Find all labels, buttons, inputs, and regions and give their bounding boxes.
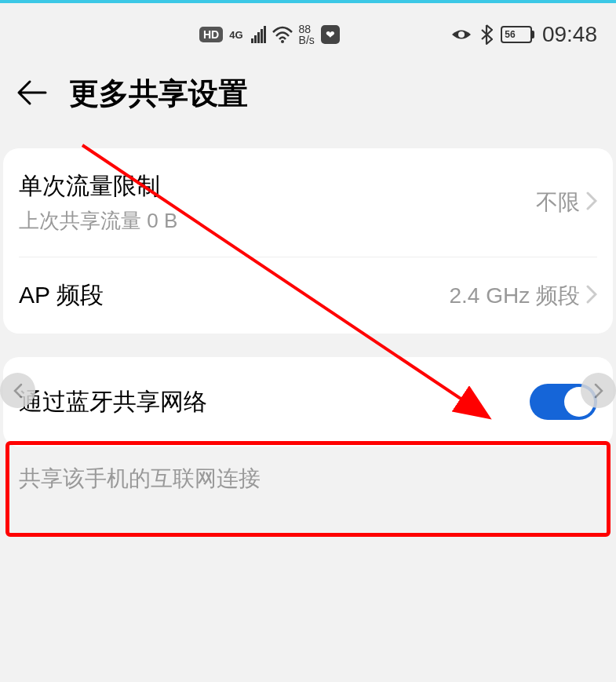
data-rate-indicator: 88 B/s xyxy=(299,24,315,46)
row-right: 不限 xyxy=(536,188,597,217)
bluetooth-icon xyxy=(480,24,493,46)
status-bar: HD 4G 88 B/s ❤ xyxy=(0,3,616,50)
data-limit-title: 单次流量限制 xyxy=(19,170,177,202)
clock-time: 09:48 xyxy=(542,22,597,47)
ap-band-row[interactable]: AP 频段 2.4 GHz 频段 xyxy=(19,257,597,334)
wifi-icon xyxy=(272,26,293,43)
network-type-label: 4G xyxy=(229,29,242,41)
nav-next-button[interactable] xyxy=(581,373,616,408)
ap-band-value: 2.4 GHz 频段 xyxy=(450,281,580,311)
hd-badge: HD xyxy=(199,27,223,42)
status-right: 56 09:48 xyxy=(450,22,597,47)
settings-group-2: 通过蓝牙共享网络 xyxy=(3,357,613,447)
settings-group-1: 单次流量限制 上次共享流量 0 B 不限 AP 频段 2.4 GHz 频段 xyxy=(3,148,613,334)
bluetooth-share-row: 通过蓝牙共享网络 xyxy=(19,357,597,447)
battery-icon: 56 xyxy=(501,26,534,43)
signal-icon xyxy=(251,26,266,43)
page-header: 更多共享设置 xyxy=(0,50,616,133)
bluetooth-share-title: 通过蓝牙共享网络 xyxy=(19,386,207,418)
ap-band-title: AP 频段 xyxy=(19,279,104,312)
data-rate-value: 88 xyxy=(299,24,315,35)
chevron-right-icon xyxy=(586,191,597,213)
row-right: 2.4 GHz 频段 xyxy=(450,281,597,311)
svg-point-1 xyxy=(458,31,465,38)
data-limit-value: 不限 xyxy=(536,188,580,217)
data-limit-row[interactable]: 单次流量限制 上次共享流量 0 B 不限 xyxy=(19,148,597,257)
row-left: AP 频段 xyxy=(19,279,104,312)
eye-icon xyxy=(450,27,472,42)
row-left: 单次流量限制 上次共享流量 0 B xyxy=(19,170,177,235)
page-title: 更多共享设置 xyxy=(69,74,248,114)
status-left: HD 4G 88 B/s ❤ xyxy=(199,24,340,46)
back-button[interactable] xyxy=(16,78,47,110)
chevron-right-icon xyxy=(586,285,597,307)
nav-prev-button[interactable] xyxy=(0,373,35,408)
data-rate-unit: B/s xyxy=(299,35,315,46)
health-icon: ❤ xyxy=(321,25,340,44)
svg-point-0 xyxy=(281,40,284,43)
description-text: 共享该手机的互联网连接 xyxy=(0,447,616,511)
data-limit-subtitle: 上次共享流量 0 B xyxy=(19,207,177,235)
battery-level: 56 xyxy=(502,27,518,42)
